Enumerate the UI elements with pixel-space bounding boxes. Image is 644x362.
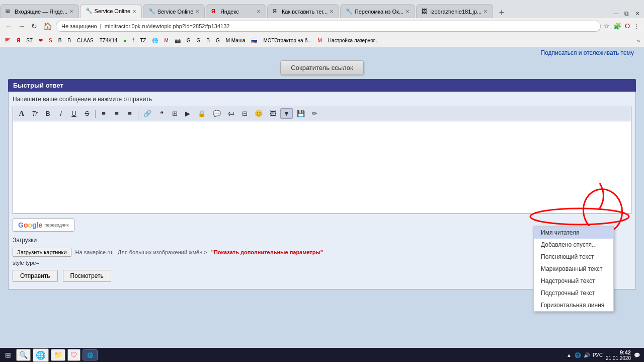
dropdown-item-explain[interactable]: Поясняющий текст <box>534 251 613 263</box>
taskbar-language[interactable]: РУС <box>593 352 603 358</box>
tab-close-7[interactable]: × <box>484 8 488 15</box>
toolbar-save-btn[interactable]: 💾 <box>294 108 308 119</box>
bookmark-b[interactable]: В <box>204 37 212 44</box>
tab-close-3[interactable]: × <box>195 8 199 15</box>
bookmark-st[interactable]: ST <box>24 37 35 44</box>
bookmark-g1[interactable]: G <box>184 37 193 44</box>
bookmark-m[interactable]: M <box>162 37 171 44</box>
reload-button[interactable]: ↻ <box>29 21 39 31</box>
tab-5[interactable]: Я Как вставить тег... × <box>267 4 339 18</box>
toolbar-font-btn[interactable]: A <box>16 108 28 119</box>
bookmark-tz4k14[interactable]: TZ4K14 <box>97 37 120 44</box>
toolbar-strike-btn[interactable]: S <box>81 108 93 119</box>
bookmark-tz[interactable]: TZ <box>137 37 148 44</box>
toolbar-align-right-btn[interactable]: ≡ <box>124 108 136 119</box>
bookmark-moto[interactable]: МОТОтрактор на б... <box>261 37 314 44</box>
dropdown-item-hr[interactable]: Горизонтальная линия <box>534 299 613 311</box>
dropdown-item-reader-name[interactable]: Имя читателя <box>534 227 613 239</box>
preview-button[interactable]: Посмотреть <box>63 270 111 282</box>
toolbar-font2-btn[interactable]: Tr <box>29 108 41 119</box>
submit-button[interactable]: Отправить <box>13 270 58 282</box>
tab-close-6[interactable]: × <box>406 8 410 15</box>
new-tab-button[interactable]: + <box>496 8 508 18</box>
bookmark-photo[interactable]: 📷 <box>172 37 183 44</box>
tab-3[interactable]: 🔧 Service Online × <box>143 4 205 18</box>
toolbar-video-btn[interactable]: ▶ <box>182 108 194 119</box>
bookmark-g2[interactable]: G <box>194 37 203 44</box>
taskbar-notifications-icon[interactable]: 💬 <box>634 352 640 358</box>
taskbar-search-icon[interactable]: 🔍 <box>16 349 31 361</box>
taskbar-chrome-icon[interactable]: 🌐 <box>33 348 49 362</box>
toolbar-code-btn[interactable]: ⊞ <box>169 108 181 119</box>
taskbar-speaker-icon[interactable]: 🔊 <box>584 352 590 358</box>
start-button[interactable]: ⊞ <box>2 350 14 360</box>
taskbar-clock[interactable]: 9:42 21.01.2020 <box>606 349 631 361</box>
tab-close-1[interactable]: × <box>69 8 73 15</box>
bookmark-laser[interactable]: Настройка лазерног... <box>326 37 381 44</box>
upload-extra-params-link[interactable]: "Показать дополнительные параметры" <box>211 249 323 255</box>
bookmark-heart[interactable]: ❤ <box>36 37 45 44</box>
upload-images-button[interactable]: Загрузить картинки <box>13 248 71 257</box>
dropdown-item-added-after[interactable]: Добавлено спустя... <box>534 239 613 251</box>
bookmark-vk2[interactable]: В <box>65 37 73 44</box>
taskbar-network-icon[interactable]: 🌐 <box>575 352 581 358</box>
toolbar-link-btn[interactable]: 🔗 <box>140 108 154 119</box>
subscribe-link[interactable]: Подписаться и отслеживать тему <box>541 49 634 56</box>
bookmark-claas[interactable]: CLAAS <box>74 37 96 44</box>
tab-close-5[interactable]: × <box>330 8 334 15</box>
toolbar-align-center-btn[interactable]: ≡ <box>111 108 123 119</box>
toolbar-mention-btn[interactable]: 💬 <box>210 108 224 119</box>
dropdown-item-subscript[interactable]: Подстрочный текст <box>534 287 613 299</box>
opera-icon[interactable]: O <box>624 21 631 31</box>
bookmarks-overflow[interactable]: » <box>635 37 642 44</box>
extension-icon[interactable]: 🧩 <box>612 21 622 31</box>
bookmark-flag2[interactable]: 🇷🇺 <box>249 37 260 44</box>
bookmark-g3[interactable]: G <box>213 37 222 44</box>
taskbar-browser-app[interactable]: 🌐 <box>83 349 98 360</box>
dropdown-item-superscript[interactable]: Надстрочный текст <box>534 275 613 287</box>
taskbar-files-icon[interactable]: 📁 <box>51 349 65 361</box>
toolbar-emoji-btn[interactable]: 😊 <box>252 108 266 119</box>
toolbar-tag-btn[interactable]: 🏷 <box>225 108 237 119</box>
close-button[interactable]: ✕ <box>633 9 642 18</box>
home-button[interactable]: 🏠 <box>41 21 54 31</box>
minimize-button[interactable]: ─ <box>612 9 620 18</box>
taskbar-up-icon[interactable]: ▲ <box>567 352 572 358</box>
back-button[interactable]: ← <box>3 21 14 31</box>
forward-button[interactable]: → <box>16 21 27 31</box>
bookmark-s[interactable]: S <box>46 37 55 44</box>
tab-6[interactable]: 🔧 Переломка из Ок... × <box>340 4 415 18</box>
bookmark-dot[interactable]: ● <box>121 37 129 44</box>
bookmark-star-icon[interactable]: ☆ <box>603 21 611 31</box>
bookmark-m2[interactable]: M <box>315 37 325 44</box>
toolbar-align-left-btn[interactable]: ≡ <box>98 108 110 119</box>
toolbar-bold-btn[interactable]: B <box>42 108 54 119</box>
url-shortener-button[interactable]: Сократитель ссылок <box>280 60 363 75</box>
address-bar[interactable] <box>56 21 601 32</box>
tab-1[interactable]: ✉ Входящие — Яндe... × <box>0 4 79 18</box>
bookmark-yandex[interactable]: Я <box>14 37 23 44</box>
toolbar-dropdown-btn[interactable]: ▼ <box>280 108 293 119</box>
toolbar-italic-btn[interactable]: I <box>55 108 67 119</box>
toolbar-lock-btn[interactable]: 🔒 <box>195 108 209 119</box>
taskbar-shield-icon[interactable]: 🛡 <box>67 349 80 361</box>
bookmark-fb[interactable]: f <box>130 37 136 44</box>
toolbar-quote-btn[interactable]: ❝ <box>155 108 168 119</box>
tab-close-4[interactable]: × <box>257 8 261 15</box>
toolbar-table-btn[interactable]: ⊟ <box>238 108 251 119</box>
bookmark-masha[interactable]: М Маша <box>223 37 248 44</box>
restore-button[interactable]: ⧉ <box>622 9 631 18</box>
google-translate-button[interactable]: Google переводчик <box>13 219 74 232</box>
tab-2[interactable]: 🔧 Service Online × <box>80 4 142 18</box>
bookmark-vk1[interactable]: В <box>56 37 64 44</box>
bookmark-globe[interactable]: 🌐 <box>149 37 160 44</box>
tab-4[interactable]: Я Яндекс × <box>206 4 266 18</box>
toolbar-image-btn[interactable]: 🖼 <box>267 108 279 119</box>
toolbar-underline-btn[interactable]: U <box>68 108 80 119</box>
menu-icon[interactable]: ⋮ <box>632 21 641 31</box>
bookmark-flag[interactable]: 🚩 <box>2 37 13 44</box>
message-editor[interactable] <box>13 121 631 214</box>
tab-close-2[interactable]: × <box>132 8 136 15</box>
tab-7[interactable]: 🖼 izobrazhenie181.jp... × <box>416 4 493 18</box>
toolbar-edit-btn[interactable]: ✏ <box>309 108 321 119</box>
